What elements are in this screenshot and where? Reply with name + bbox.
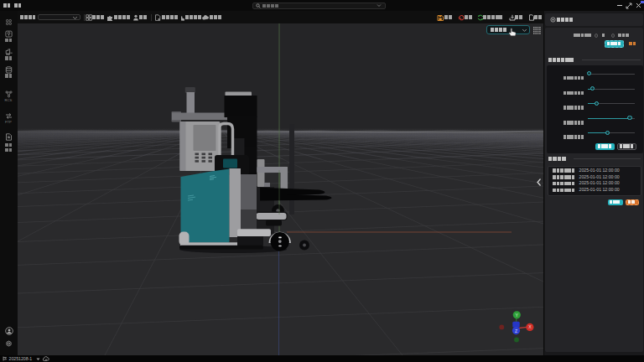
svg-text:Y: Y — [516, 313, 519, 318]
svg-text:Z: Z — [515, 328, 517, 334]
svg-text:X: X — [528, 324, 532, 329]
